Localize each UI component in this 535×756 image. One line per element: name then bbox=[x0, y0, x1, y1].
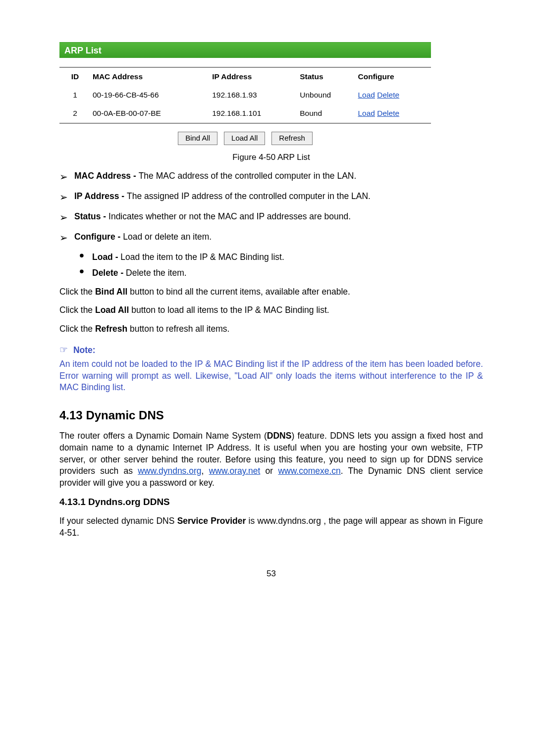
delete-link[interactable]: Delete bbox=[377, 91, 399, 99]
cell-config: Load Delete bbox=[356, 86, 431, 104]
bullet-text: The MAC address of the controlled comput… bbox=[139, 171, 357, 181]
list-item: • Load - Load the item to the IP & MAC B… bbox=[79, 252, 483, 263]
arp-list-panel: ARP List ID MAC Address IP Address Statu… bbox=[59, 42, 431, 145]
paragraph: Click the Load All button to load all it… bbox=[59, 304, 483, 316]
page-number: 53 bbox=[59, 568, 483, 580]
bullet-icon: • bbox=[79, 267, 92, 279]
note-body: An item could not be loaded to the IP & … bbox=[59, 358, 483, 394]
cell-ip: 192.168.1.101 bbox=[210, 104, 298, 123]
cell-mac: 00-0A-EB-00-07-BE bbox=[91, 104, 210, 123]
subsection-heading: 4.13.1 Dyndns.org DDNS bbox=[59, 496, 483, 508]
bullet-text: Indicates whether or not the MAC and IP … bbox=[108, 211, 351, 221]
button-row: Bind All Load All Refresh bbox=[59, 132, 431, 145]
paragraph: If your selected dynamic DNS Service Pro… bbox=[59, 515, 483, 539]
arp-header-row: ID MAC Address IP Address Status Configu… bbox=[59, 68, 431, 86]
bullet-label: Status - bbox=[74, 211, 108, 221]
paragraph: The router offers a Dynamic Domain Name … bbox=[59, 430, 483, 489]
delete-link[interactable]: Delete bbox=[377, 109, 399, 117]
list-item: ➢ MAC Address - The MAC address of the c… bbox=[59, 170, 483, 184]
list-item: ➢ Status - Indicates whether or not the … bbox=[59, 211, 483, 224]
chevron-right-icon: ➢ bbox=[59, 211, 74, 224]
ddns-link-oray[interactable]: www.oray.net bbox=[209, 466, 261, 476]
note-title: Note: bbox=[73, 345, 96, 355]
ddns-link-dyndns[interactable]: www.dyndns.org bbox=[138, 466, 201, 476]
cell-ip: 192.168.1.93 bbox=[210, 86, 298, 104]
cell-status: Unbound bbox=[298, 86, 356, 104]
table-row: 2 00-0A-EB-00-07-BE 192.168.1.101 Bound … bbox=[59, 104, 431, 123]
bullet-icon: • bbox=[79, 252, 92, 263]
bullet-text: The assigned IP address of the controlle… bbox=[127, 191, 371, 201]
load-link[interactable]: Load bbox=[358, 109, 375, 117]
list-item: • Delete - Delete the item. bbox=[79, 267, 483, 279]
paragraph: Click the Bind All button to bind all th… bbox=[59, 286, 483, 298]
list-item: ➢ Configure - Load or delete an item. bbox=[59, 231, 483, 245]
bullet-label: MAC Address - bbox=[74, 171, 139, 181]
cell-id: 1 bbox=[59, 86, 91, 104]
figure-caption: Figure 4-50 ARP List bbox=[59, 152, 483, 163]
cell-status: Bound bbox=[298, 104, 356, 123]
load-all-button[interactable]: Load All bbox=[224, 132, 265, 145]
paragraph: Click the Refresh button to refresh all … bbox=[59, 323, 483, 335]
col-config: Configure bbox=[356, 68, 431, 86]
col-status: Status bbox=[298, 68, 356, 86]
chevron-right-icon: ➢ bbox=[59, 231, 74, 245]
hand-right-icon: ☞ bbox=[59, 345, 68, 355]
cell-id: 2 bbox=[59, 104, 91, 123]
load-link[interactable]: Load bbox=[358, 91, 375, 99]
cell-mac: 00-19-66-CB-45-66 bbox=[91, 86, 210, 104]
table-row: 1 00-19-66-CB-45-66 192.168.1.93 Unbound… bbox=[59, 86, 431, 104]
arp-table: ID MAC Address IP Address Status Configu… bbox=[59, 67, 431, 124]
bullet-label: Load - bbox=[92, 252, 120, 262]
bullet-label: Configure - bbox=[74, 232, 123, 242]
ddns-link-comexe[interactable]: www.comexe.cn bbox=[278, 466, 340, 476]
bullet-label: IP Address - bbox=[74, 191, 127, 201]
col-mac: MAC Address bbox=[91, 68, 210, 86]
list-item: ➢ IP Address - The assigned IP address o… bbox=[59, 191, 483, 204]
bullet-label: Delete - bbox=[92, 268, 126, 278]
col-id: ID bbox=[59, 68, 91, 86]
cell-config: Load Delete bbox=[356, 104, 431, 123]
section-heading: 4.13 Dynamic DNS bbox=[59, 407, 483, 423]
arp-list-title: ARP List bbox=[59, 42, 431, 58]
bullet-text: Load or delete an item. bbox=[123, 232, 212, 242]
bullet-text: Load the item to the IP & MAC Binding li… bbox=[120, 252, 284, 262]
bullet-text: Delete the item. bbox=[126, 268, 187, 278]
note-heading: ☞ Note: bbox=[59, 344, 483, 356]
chevron-right-icon: ➢ bbox=[59, 191, 74, 204]
col-ip: IP Address bbox=[210, 68, 298, 86]
chevron-right-icon: ➢ bbox=[59, 170, 74, 184]
bind-all-button[interactable]: Bind All bbox=[178, 132, 217, 145]
refresh-button[interactable]: Refresh bbox=[271, 132, 313, 145]
